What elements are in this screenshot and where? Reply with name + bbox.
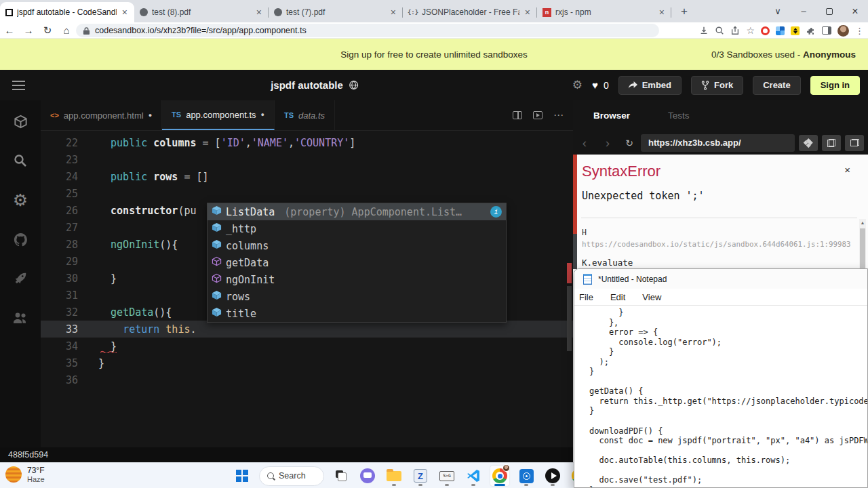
deployment-rocket-icon[interactable] bbox=[12, 270, 29, 287]
home-icon[interactable]: ⌂ bbox=[57, 24, 76, 36]
notepad-content-area[interactable]: } }, error => { console.log("error"); } … bbox=[574, 306, 867, 488]
editor-tab[interactable]: <>app.component.html● bbox=[41, 100, 162, 130]
github-icon[interactable] bbox=[12, 230, 29, 248]
stack-url[interactable]: https://codesandbox.io/static/js/sandbox… bbox=[582, 240, 851, 249]
address-bar[interactable]: codesandbox.io/s/xhz3b?file=/src/app/app… bbox=[76, 24, 659, 37]
open-preview-icon[interactable] bbox=[533, 111, 542, 119]
code-line[interactable]: 35} bbox=[41, 354, 573, 371]
configuration-gear-icon[interactable]: ⚙ bbox=[12, 191, 29, 209]
share-icon[interactable] bbox=[730, 26, 740, 35]
window-close-button[interactable]: × bbox=[842, 0, 868, 22]
embed-button[interactable]: Embed bbox=[618, 76, 682, 95]
browser-tab[interactable]: {:}JSONPlaceholder - Free Fake RES× bbox=[403, 2, 537, 22]
notepad-text[interactable]: } }, error => { console.log("error"); } … bbox=[589, 308, 867, 488]
download-icon[interactable] bbox=[699, 26, 709, 35]
browser-tab[interactable]: jspdf autotable - CodeSandbox× bbox=[0, 2, 134, 22]
screen-capture-app-button[interactable]: S>G bbox=[437, 466, 456, 486]
weather-widget[interactable]: 73°F Haze bbox=[5, 466, 45, 483]
editor-more-icon[interactable]: ⋯ bbox=[553, 109, 564, 121]
notepad-menu-edit[interactable]: Edit bbox=[610, 292, 625, 302]
profile-avatar[interactable] bbox=[837, 25, 849, 37]
menu-hamburger-icon[interactable] bbox=[12, 81, 25, 90]
editor-scrollbar-thumb[interactable] bbox=[567, 286, 572, 351]
tab-close-icon[interactable]: × bbox=[524, 7, 532, 17]
media-player-app-button[interactable] bbox=[543, 466, 562, 486]
info-icon[interactable]: i bbox=[490, 206, 502, 218]
sandbox-title[interactable]: jspdf autotable bbox=[271, 79, 359, 91]
notepad-menu-view[interactable]: View bbox=[642, 292, 661, 302]
back-icon[interactable]: ← bbox=[0, 24, 19, 36]
preview-responsive-button[interactable] bbox=[799, 135, 818, 151]
preview-new-window-button[interactable] bbox=[845, 135, 864, 151]
code-line[interactable]: 34 } bbox=[41, 338, 573, 354]
zoom-icon[interactable] bbox=[715, 26, 724, 35]
autocomplete-item[interactable]: getData bbox=[208, 254, 506, 271]
search-icon[interactable] bbox=[12, 152, 29, 169]
window-maximize-button[interactable] bbox=[816, 0, 842, 22]
start-button[interactable] bbox=[233, 466, 252, 486]
divider-handle[interactable] bbox=[573, 234, 577, 269]
code-line[interactable]: 24 public rows = [] bbox=[41, 168, 573, 185]
extensions-puzzle-icon[interactable] bbox=[806, 26, 816, 36]
forward-icon[interactable]: → bbox=[19, 24, 38, 36]
new-tab-button[interactable]: + bbox=[675, 3, 693, 20]
tab-close-icon[interactable]: × bbox=[658, 7, 666, 17]
autocomplete-item[interactable]: ListData(property) AppComponent.List…i bbox=[208, 203, 506, 220]
split-editor-icon[interactable] bbox=[513, 111, 522, 119]
extension-yellow-icon[interactable] bbox=[791, 26, 800, 35]
preview-clone-button[interactable] bbox=[822, 135, 841, 151]
window-minimize-button[interactable]: – bbox=[791, 0, 816, 22]
code-line[interactable]: 25 bbox=[41, 185, 573, 202]
browser-tab[interactable]: test (7).pdf× bbox=[269, 2, 403, 22]
autocomplete-item[interactable]: title bbox=[208, 305, 506, 322]
scroll-up-icon[interactable]: ▲ bbox=[859, 219, 866, 225]
fork-button[interactable]: Fork bbox=[691, 76, 743, 95]
preview-back-icon[interactable]: ‹ bbox=[573, 136, 596, 150]
tab-search-chevron-icon[interactable]: ∨ bbox=[765, 0, 791, 22]
live-collaborate-users-icon[interactable] bbox=[12, 309, 29, 327]
code-line[interactable]: 33 return this. bbox=[41, 321, 573, 338]
zoomit-app-button[interactable]: Z bbox=[411, 466, 430, 486]
likes[interactable]: ♥0 bbox=[592, 79, 609, 91]
task-view-button[interactable] bbox=[332, 466, 351, 486]
tab-close-icon[interactable]: × bbox=[389, 7, 397, 17]
vscode-app-button[interactable] bbox=[464, 466, 483, 486]
autocomplete-item[interactable]: rows bbox=[208, 288, 506, 305]
chrome-app-button[interactable] bbox=[490, 466, 509, 486]
blue-tool-app-button[interactable] bbox=[517, 466, 536, 486]
side-panel-icon[interactable] bbox=[822, 26, 831, 35]
file-explorer-button[interactable] bbox=[384, 466, 403, 486]
notepad-titlebar[interactable]: *Untitled - Notepad bbox=[574, 269, 867, 289]
autocomplete-item[interactable]: ngOnInit bbox=[208, 271, 506, 288]
preview-forward-icon[interactable]: › bbox=[596, 136, 619, 150]
code-line[interactable]: 36 bbox=[41, 371, 573, 388]
extension-red-icon[interactable] bbox=[761, 26, 770, 35]
extension-blue-icon[interactable] bbox=[776, 26, 785, 35]
error-close-icon[interactable]: × bbox=[844, 164, 850, 176]
preview-url-field[interactable]: https://xhz3b.csb.app/ bbox=[641, 134, 795, 152]
tab-close-icon[interactable]: × bbox=[255, 7, 263, 17]
settings-gear-icon[interactable]: ⚙ bbox=[572, 78, 583, 92]
preview-tab-browser[interactable]: Browser bbox=[593, 110, 630, 121]
reload-icon[interactable]: ↻ bbox=[38, 24, 57, 37]
notepad-window[interactable]: *Untitled - Notepad FileEditView } }, er… bbox=[574, 268, 868, 488]
sandbox-explorer-cube-icon[interactable] bbox=[12, 113, 29, 130]
sign-in-button[interactable]: Sign in bbox=[810, 76, 860, 95]
editor-tab[interactable]: TSapp.component.ts● bbox=[162, 100, 275, 130]
bookmark-star-icon[interactable]: ☆ bbox=[746, 25, 755, 36]
code-line[interactable]: 22 public columns = ['ID','NAME','COUNTR… bbox=[41, 134, 573, 151]
create-button[interactable]: Create bbox=[753, 76, 800, 95]
browser-tab[interactable]: nrxjs - npm× bbox=[537, 2, 671, 22]
browser-tab[interactable]: test (8).pdf× bbox=[134, 2, 269, 22]
code-line[interactable]: 23 bbox=[41, 151, 573, 168]
taskbar-search[interactable]: Search bbox=[259, 466, 324, 486]
tab-close-icon[interactable]: × bbox=[121, 7, 129, 17]
preview-refresh-icon[interactable]: ↻ bbox=[619, 138, 639, 148]
autocomplete-item[interactable]: columns bbox=[208, 237, 506, 254]
notepad-menu-file[interactable]: File bbox=[579, 292, 593, 302]
browser-menu-icon[interactable]: ⋮ bbox=[855, 26, 864, 36]
autocomplete-item[interactable]: _http bbox=[208, 220, 506, 237]
preview-tab-tests[interactable]: Tests bbox=[668, 110, 690, 121]
editor-tab[interactable]: TSdata.ts bbox=[275, 100, 335, 130]
chat-app-button[interactable] bbox=[358, 466, 377, 486]
